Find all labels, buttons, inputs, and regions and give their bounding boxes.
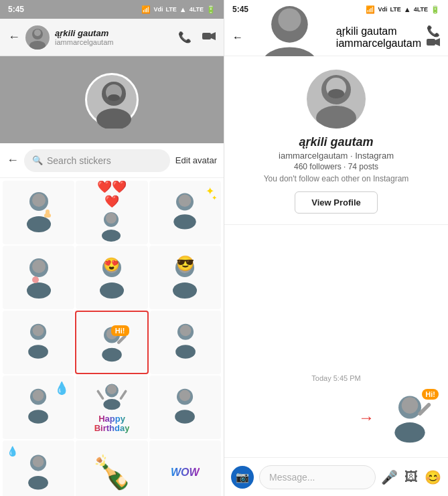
svg-rect-66 (427, 39, 435, 46)
left-chat-avatar (25, 25, 50, 50)
svg-point-52 (28, 476, 48, 489)
sticker-wow[interactable]: WOW (149, 440, 221, 496)
sticker-cool-avatar[interactable]: 😎 (149, 246, 221, 309)
sticker-bow-avatar[interactable]: 💧 (3, 440, 74, 496)
svg-point-49 (175, 410, 195, 423)
video-icon[interactable] (202, 31, 216, 44)
svg-point-15 (102, 230, 121, 242)
svg-point-19 (179, 194, 192, 207)
svg-point-2 (34, 29, 41, 36)
left-panel: 5:45 📶 Vdi LTE ▲ 4LTE 🔋 ← ąŗkili gautam … (0, 0, 224, 496)
message-placeholder: Message... (269, 472, 315, 483)
sticker-row: Hi! (3, 311, 221, 374)
sticker-row: 😍 😎 (3, 246, 221, 309)
input-action-icons: 🎤 🖼 😊 (381, 469, 441, 485)
sticker-sparkle-avatar[interactable]: ✦ ✦ (149, 181, 221, 244)
left-profile-preview (0, 56, 224, 143)
search-icon: 🔍 (32, 155, 43, 165)
svg-point-65 (278, 9, 301, 31)
sticker-birthday[interactable]: HappyBirthday (76, 376, 147, 439)
svg-point-11 (32, 193, 46, 207)
svg-point-23 (32, 276, 39, 283)
sticker-cry-avatar[interactable]: 💧 (3, 376, 74, 439)
timestamp-label: Today 5:45 PM (232, 374, 440, 382)
svg-point-74 (402, 397, 419, 414)
svg-marker-67 (435, 38, 440, 46)
wow-text: WOW (171, 467, 200, 479)
svg-point-41 (28, 410, 48, 423)
left-profile-preview-avatar (85, 73, 139, 127)
gallery-icon[interactable]: 🖼 (404, 469, 418, 485)
sticker-grid: ❤️❤️❤️ ✦ ✦ (0, 178, 224, 496)
birthday-text: HappyBirthday (94, 414, 130, 434)
sticker-message-row: → Hi! (232, 388, 440, 448)
svg-point-53 (33, 456, 44, 467)
sticker-row: ❤️❤️❤️ ✦ ✦ (3, 181, 221, 244)
svg-point-6 (96, 108, 131, 129)
sticker-casual-avatar[interactable] (150, 311, 221, 374)
svg-point-28 (173, 282, 197, 299)
profile-stats: 460 followers · 74 posts (294, 162, 378, 171)
right-status-icons: 📶 Vdi LTE ▲ 4LTE 🔋 (366, 5, 440, 14)
sticker-hearts-avatar[interactable]: ❤️❤️❤️ (76, 181, 147, 244)
left-chat-header: ← ąŗkili gautam iammarcelgautam 📞 (0, 19, 224, 56)
svg-point-25 (100, 282, 124, 299)
svg-point-44 (103, 399, 120, 410)
edit-avatar-button[interactable]: Edit avatar (175, 155, 217, 165)
svg-rect-13 (46, 210, 50, 215)
right-username: ąŗkili gautam (336, 25, 421, 37)
sent-sticker-bubble: Hi! (380, 388, 440, 448)
left-back-button[interactable]: ← (8, 30, 20, 44)
svg-point-1 (29, 41, 46, 50)
right-call-icon[interactable]: 📞 (427, 25, 440, 37)
sticker-back-button[interactable]: ← (7, 153, 19, 167)
right-header-actions: 📞 (427, 25, 440, 50)
left-status-icons: 📶 Vdi LTE ▲ 4LTE 🔋 (141, 5, 216, 14)
left-handle: iammarcelgautam (55, 38, 173, 46)
right-user-info: ąŗkili gautam iammarcelgautam (336, 25, 421, 50)
left-time: 5:45 (8, 5, 24, 14)
svg-point-42 (33, 390, 44, 402)
right-panel: 5:45 📶 Vdi LTE ▲ 4LTE 🔋 ← ąŗkili gautam … (224, 0, 448, 496)
sticker-hi-selected[interactable]: Hi! (75, 311, 149, 374)
svg-point-73 (394, 422, 425, 442)
sticker-avatar-casual2[interactable] (149, 376, 221, 439)
right-video-icon[interactable] (427, 37, 440, 49)
view-profile-button[interactable]: View Profile (295, 191, 377, 214)
svg-point-22 (32, 260, 46, 273)
svg-line-75 (420, 404, 429, 413)
sticker-search-input[interactable]: Search stickers (47, 155, 162, 166)
svg-point-10 (27, 216, 51, 232)
svg-point-18 (174, 214, 196, 229)
sticker-heart-eyes-avatar[interactable]: 😍 (76, 246, 147, 309)
sticker-wink-avatar[interactable] (3, 246, 74, 309)
call-icon[interactable]: 📞 (178, 31, 192, 44)
svg-point-69 (316, 106, 356, 129)
sticker-thumbsup[interactable] (3, 181, 74, 244)
right-back-button[interactable]: ← (232, 31, 243, 44)
right-chat-header: ← ąŗkili gautam iammarcelgautam 📞 (224, 19, 448, 56)
arrow-icon: → (358, 408, 374, 427)
sticker-search-box[interactable]: 🔍 Search stickers (24, 149, 170, 172)
svg-point-34 (102, 347, 122, 361)
camera-button[interactable]: 📷 (231, 466, 254, 489)
profile-handle: iammarcelgautam · Instagram (279, 151, 394, 161)
svg-point-21 (27, 282, 51, 299)
svg-line-47 (121, 391, 125, 398)
svg-point-32 (32, 325, 44, 337)
sticker-shy-avatar[interactable] (3, 311, 74, 374)
right-time: 5:45 (232, 5, 248, 14)
sticker-champagne[interactable]: 🍾 (76, 440, 147, 496)
message-input[interactable]: Message... (259, 465, 376, 489)
mic-icon[interactable]: 🎤 (381, 469, 398, 485)
svg-point-71 (328, 89, 344, 98)
hi-badge: Hi! (422, 389, 439, 400)
sticker-icon[interactable]: 😊 (425, 469, 441, 485)
profile-name: ąŗkili gautam (299, 135, 373, 149)
svg-point-8 (108, 94, 120, 101)
svg-point-38 (175, 345, 196, 358)
sticker-search-bar: ← 🔍 Search stickers Edit avatar (0, 143, 224, 178)
profile-section: ąŗkili gautam iammarcelgautam · Instagra… (224, 56, 448, 225)
input-bar: 📷 Message... 🎤 🖼 😊 (224, 457, 448, 496)
svg-point-45 (107, 384, 117, 394)
